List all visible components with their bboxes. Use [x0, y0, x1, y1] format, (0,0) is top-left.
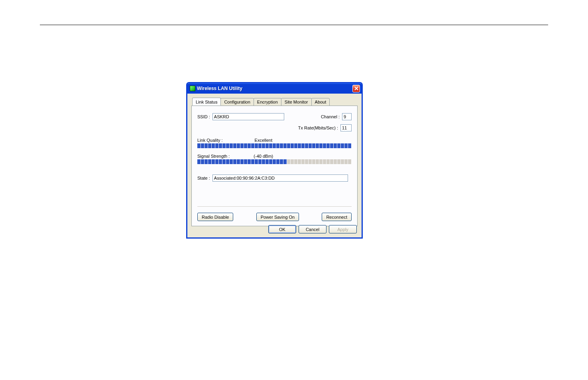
bar-segment — [334, 159, 337, 164]
bar-segment — [305, 143, 308, 148]
radio-disable-button[interactable]: Radio Disable — [197, 213, 233, 221]
bar-segment — [265, 159, 269, 164]
bar-segment — [337, 143, 340, 148]
bar-segment — [262, 159, 265, 164]
bar-segment — [323, 143, 326, 148]
txrate-row: Tx Rate(Mbits/Sec) : — [197, 124, 352, 131]
bar-segment — [222, 159, 226, 164]
tab-configuration[interactable]: Configuration — [220, 98, 254, 106]
bar-segment — [309, 159, 312, 164]
bar-segment — [341, 159, 344, 164]
bar-segment — [201, 143, 204, 148]
titlebar-left: Wireless LAN Utility — [190, 86, 242, 91]
signal-strength-row: Signal Strength : (-40 dBm) — [197, 154, 352, 159]
wireless-lan-utility-window: Wireless LAN Utility Link Status Configu… — [186, 82, 363, 239]
bar-segment — [212, 159, 215, 164]
power-saving-button[interactable]: Power Saving On — [256, 213, 299, 221]
window-title: Wireless LAN Utility — [197, 86, 242, 91]
bar-segment — [323, 159, 326, 164]
bar-segment — [219, 143, 222, 148]
bar-segment — [230, 159, 233, 164]
reconnect-button[interactable]: Reconnect — [322, 213, 352, 221]
bar-segment — [294, 143, 297, 148]
bar-segment — [348, 159, 351, 164]
apply-button[interactable]: Apply — [329, 225, 357, 233]
bar-segment — [276, 143, 279, 148]
close-button[interactable] — [352, 85, 360, 92]
bar-segment — [280, 143, 283, 148]
bar-segment — [294, 159, 297, 164]
cancel-button[interactable]: Cancel — [299, 225, 326, 233]
signal-strength-bar — [197, 159, 352, 164]
bar-segment — [226, 143, 229, 148]
close-icon — [354, 86, 358, 90]
page-divider — [40, 25, 548, 25]
bar-segment — [215, 143, 218, 148]
txrate-label: Tx Rate(Mbits/Sec) : — [298, 125, 338, 130]
bar-segment — [215, 159, 218, 164]
bar-segment — [301, 143, 305, 148]
bar-segment — [251, 159, 254, 164]
bar-segment — [330, 159, 333, 164]
bar-segment — [230, 143, 233, 148]
bar-segment — [283, 143, 287, 148]
bar-segment — [197, 143, 201, 148]
txrate-input[interactable] — [340, 124, 352, 131]
channel-group: Channel : — [321, 113, 352, 120]
bar-segment — [344, 159, 348, 164]
titlebar[interactable]: Wireless LAN Utility — [187, 83, 362, 94]
bar-segment — [298, 159, 301, 164]
bar-segment — [312, 143, 315, 148]
bar-segment — [298, 143, 301, 148]
ssid-channel-row: SSID : Channel : — [197, 113, 352, 120]
ssid-group: SSID : — [197, 113, 284, 120]
bar-segment — [205, 143, 208, 148]
bar-segment — [330, 143, 333, 148]
state-row: State : — [197, 174, 352, 182]
bar-segment — [201, 159, 204, 164]
bar-segment — [273, 159, 276, 164]
link-quality-bar — [197, 143, 352, 148]
signal-strength-label: Signal Strength : — [197, 154, 230, 159]
tabstrip: Link Status Configuration Encryption Sit… — [192, 98, 358, 106]
channel-label: Channel : — [321, 114, 340, 119]
bar-segment — [319, 143, 323, 148]
bar-segment — [222, 143, 226, 148]
bar-segment — [212, 143, 215, 148]
dialog-button-row: OK Cancel Apply — [268, 225, 357, 233]
tab-encryption[interactable]: Encryption — [254, 98, 281, 106]
tab-about[interactable]: About — [311, 98, 330, 106]
bar-segment — [251, 143, 254, 148]
app-icon — [190, 86, 195, 91]
bar-segment — [258, 143, 262, 148]
bar-segment — [316, 159, 319, 164]
bar-segment — [309, 143, 312, 148]
bar-segment — [348, 143, 351, 148]
ssid-input[interactable] — [212, 113, 284, 120]
bar-segment — [337, 159, 340, 164]
bar-segment — [233, 159, 236, 164]
window-content: Link Status Configuration Encryption Sit… — [187, 94, 362, 237]
tab-site-monitor[interactable]: Site Monitor — [281, 98, 312, 106]
bar-segment — [258, 159, 262, 164]
bar-segment — [305, 159, 308, 164]
action-button-row: Radio Disable Power Saving On Reconnect — [197, 213, 352, 221]
state-input[interactable] — [212, 174, 348, 182]
bar-segment — [287, 143, 290, 148]
bar-segment — [287, 159, 290, 164]
tab-panel-link-status: SSID : Channel : Tx Rate(Mbits/Sec) : Li… — [191, 106, 358, 226]
bar-segment — [233, 143, 236, 148]
bar-segment — [319, 159, 323, 164]
channel-input[interactable] — [342, 113, 352, 120]
bar-segment — [237, 143, 240, 148]
bar-segment — [219, 159, 222, 164]
ok-button[interactable]: OK — [268, 225, 296, 233]
bar-segment — [208, 143, 211, 148]
bar-segment — [273, 143, 276, 148]
ssid-label: SSID : — [197, 114, 210, 119]
bar-segment — [301, 159, 305, 164]
tab-link-status[interactable]: Link Status — [192, 98, 221, 106]
bar-segment — [280, 159, 283, 164]
bar-segment — [237, 159, 240, 164]
bar-segment — [316, 143, 319, 148]
